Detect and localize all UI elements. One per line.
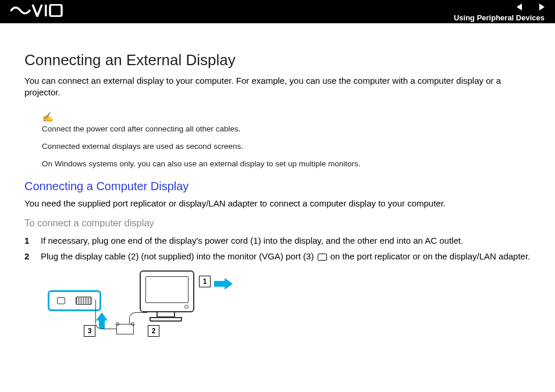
step-number: 2 — [24, 250, 33, 262]
adapter-illustration — [48, 290, 101, 311]
page-number: 72 — [525, 2, 536, 12]
intro-text: You can connect an external display to y… — [24, 75, 531, 99]
prev-page-icon[interactable] — [517, 3, 522, 10]
next-page-icon[interactable] — [539, 3, 545, 10]
connection-diagram: 1 2 3 — [48, 270, 240, 346]
svg-rect-1 — [50, 5, 62, 16]
callout-1: 1 — [199, 276, 211, 287]
note-block: ✍ Connect the power cord after connectin… — [42, 112, 531, 170]
content-area: Connecting an External Display You can c… — [0, 23, 555, 346]
header-nav: 72 Using Peripheral Devices — [449, 2, 545, 22]
svg-rect-0 — [45, 5, 47, 16]
callout-2: 2 — [148, 325, 159, 337]
steps-list: 1 If necessary, plug one end of the disp… — [24, 234, 531, 262]
note-line: On Windows systems only, you can also us… — [42, 159, 531, 169]
vga-port-icon — [318, 254, 327, 261]
sub-intro: You need the supplied port replicator or… — [24, 198, 531, 209]
procedure-title: To connect a computer display — [24, 218, 531, 229]
connector-illustration — [116, 324, 134, 334]
sub-heading: Connecting a Computer Display — [24, 180, 531, 193]
note-line: Connected external displays are used as … — [42, 141, 531, 152]
note-line: Connect the power cord after connecting … — [42, 124, 531, 134]
section-title: Using Peripheral Devices — [454, 13, 545, 22]
document-page: 72 Using Peripheral Devices Connecting a… — [0, 0, 555, 392]
list-item: 1 If necessary, plug one end of the disp… — [24, 234, 531, 247]
monitor-illustration — [140, 270, 192, 322]
step-text: If necessary, plug one end of the displa… — [41, 234, 463, 247]
note-icon: ✍ — [42, 112, 531, 123]
callout-3: 3 — [84, 325, 95, 337]
vaio-logo — [10, 4, 63, 19]
page-title: Connecting an External Display — [24, 51, 531, 69]
list-item: 2 Plug the display cable (2) (not suppli… — [24, 250, 531, 262]
step-text: Plug the display cable (2) (not supplied… — [41, 250, 530, 262]
step-number: 1 — [24, 234, 33, 247]
header-bar: 72 Using Peripheral Devices — [0, 0, 555, 23]
